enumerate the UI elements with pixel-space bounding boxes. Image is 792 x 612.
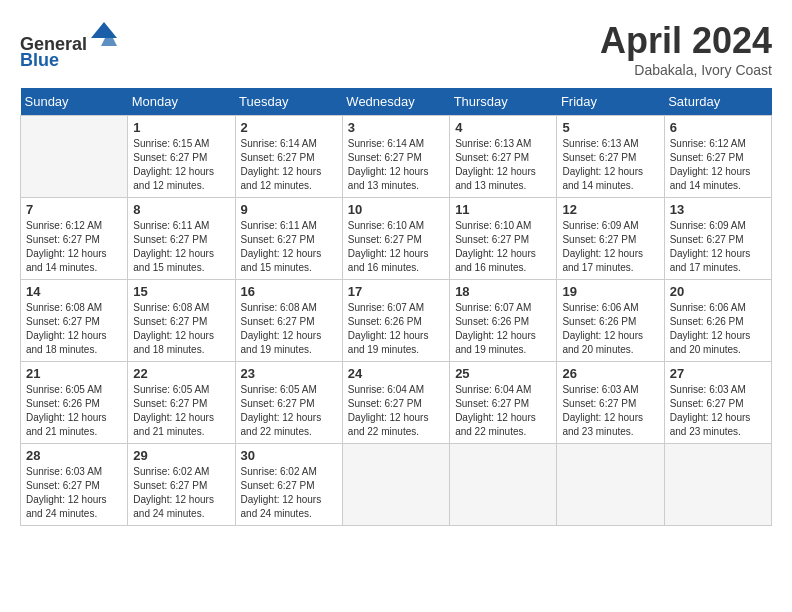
calendar-cell: 4Sunrise: 6:13 AM Sunset: 6:27 PM Daylig…: [450, 116, 557, 198]
day-info: Sunrise: 6:12 AM Sunset: 6:27 PM Dayligh…: [670, 137, 766, 193]
day-info: Sunrise: 6:14 AM Sunset: 6:27 PM Dayligh…: [241, 137, 337, 193]
week-row-4: 28Sunrise: 6:03 AM Sunset: 6:27 PM Dayli…: [21, 444, 772, 526]
calendar-cell: [450, 444, 557, 526]
day-number: 2: [241, 120, 337, 135]
day-number: 27: [670, 366, 766, 381]
day-info: Sunrise: 6:10 AM Sunset: 6:27 PM Dayligh…: [455, 219, 551, 275]
calendar-cell: 16Sunrise: 6:08 AM Sunset: 6:27 PM Dayli…: [235, 280, 342, 362]
calendar-cell: 27Sunrise: 6:03 AM Sunset: 6:27 PM Dayli…: [664, 362, 771, 444]
calendar-cell: 29Sunrise: 6:02 AM Sunset: 6:27 PM Dayli…: [128, 444, 235, 526]
week-row-0: 1Sunrise: 6:15 AM Sunset: 6:27 PM Daylig…: [21, 116, 772, 198]
calendar-cell: [342, 444, 449, 526]
calendar-cell: 13Sunrise: 6:09 AM Sunset: 6:27 PM Dayli…: [664, 198, 771, 280]
day-number: 22: [133, 366, 229, 381]
calendar-body: 1Sunrise: 6:15 AM Sunset: 6:27 PM Daylig…: [21, 116, 772, 526]
weekday-monday: Monday: [128, 88, 235, 116]
page-header: General Blue April 2024 Dabakala, Ivory …: [20, 20, 772, 78]
day-number: 14: [26, 284, 122, 299]
day-info: Sunrise: 6:09 AM Sunset: 6:27 PM Dayligh…: [670, 219, 766, 275]
day-number: 25: [455, 366, 551, 381]
day-number: 9: [241, 202, 337, 217]
calendar-cell: 21Sunrise: 6:05 AM Sunset: 6:26 PM Dayli…: [21, 362, 128, 444]
day-number: 10: [348, 202, 444, 217]
weekday-sunday: Sunday: [21, 88, 128, 116]
day-number: 28: [26, 448, 122, 463]
logo-blue: Blue: [20, 50, 59, 70]
day-number: 8: [133, 202, 229, 217]
day-number: 5: [562, 120, 658, 135]
day-number: 11: [455, 202, 551, 217]
day-info: Sunrise: 6:12 AM Sunset: 6:27 PM Dayligh…: [26, 219, 122, 275]
day-number: 29: [133, 448, 229, 463]
day-number: 26: [562, 366, 658, 381]
day-number: 24: [348, 366, 444, 381]
day-info: Sunrise: 6:03 AM Sunset: 6:27 PM Dayligh…: [562, 383, 658, 439]
day-number: 15: [133, 284, 229, 299]
calendar-cell: 19Sunrise: 6:06 AM Sunset: 6:26 PM Dayli…: [557, 280, 664, 362]
day-info: Sunrise: 6:03 AM Sunset: 6:27 PM Dayligh…: [26, 465, 122, 521]
day-info: Sunrise: 6:07 AM Sunset: 6:26 PM Dayligh…: [455, 301, 551, 357]
calendar-cell: 6Sunrise: 6:12 AM Sunset: 6:27 PM Daylig…: [664, 116, 771, 198]
day-number: 20: [670, 284, 766, 299]
calendar-cell: [664, 444, 771, 526]
calendar-cell: 7Sunrise: 6:12 AM Sunset: 6:27 PM Daylig…: [21, 198, 128, 280]
day-number: 7: [26, 202, 122, 217]
month-title: April 2024: [600, 20, 772, 62]
weekday-saturday: Saturday: [664, 88, 771, 116]
day-info: Sunrise: 6:02 AM Sunset: 6:27 PM Dayligh…: [133, 465, 229, 521]
day-info: Sunrise: 6:06 AM Sunset: 6:26 PM Dayligh…: [562, 301, 658, 357]
day-info: Sunrise: 6:13 AM Sunset: 6:27 PM Dayligh…: [455, 137, 551, 193]
day-info: Sunrise: 6:09 AM Sunset: 6:27 PM Dayligh…: [562, 219, 658, 275]
day-info: Sunrise: 6:04 AM Sunset: 6:27 PM Dayligh…: [455, 383, 551, 439]
calendar-cell: 10Sunrise: 6:10 AM Sunset: 6:27 PM Dayli…: [342, 198, 449, 280]
calendar-cell: 14Sunrise: 6:08 AM Sunset: 6:27 PM Dayli…: [21, 280, 128, 362]
weekday-friday: Friday: [557, 88, 664, 116]
week-row-2: 14Sunrise: 6:08 AM Sunset: 6:27 PM Dayli…: [21, 280, 772, 362]
day-number: 16: [241, 284, 337, 299]
calendar-cell: [557, 444, 664, 526]
calendar-cell: 25Sunrise: 6:04 AM Sunset: 6:27 PM Dayli…: [450, 362, 557, 444]
day-info: Sunrise: 6:10 AM Sunset: 6:27 PM Dayligh…: [348, 219, 444, 275]
weekday-wednesday: Wednesday: [342, 88, 449, 116]
weekday-header-row: SundayMondayTuesdayWednesdayThursdayFrid…: [21, 88, 772, 116]
day-info: Sunrise: 6:05 AM Sunset: 6:27 PM Dayligh…: [241, 383, 337, 439]
calendar-cell: 30Sunrise: 6:02 AM Sunset: 6:27 PM Dayli…: [235, 444, 342, 526]
svg-marker-0: [91, 22, 117, 38]
logo-icon: [89, 20, 119, 50]
location: Dabakala, Ivory Coast: [600, 62, 772, 78]
calendar-cell: 20Sunrise: 6:06 AM Sunset: 6:26 PM Dayli…: [664, 280, 771, 362]
day-info: Sunrise: 6:11 AM Sunset: 6:27 PM Dayligh…: [241, 219, 337, 275]
calendar-cell: 23Sunrise: 6:05 AM Sunset: 6:27 PM Dayli…: [235, 362, 342, 444]
calendar-cell: 22Sunrise: 6:05 AM Sunset: 6:27 PM Dayli…: [128, 362, 235, 444]
day-info: Sunrise: 6:11 AM Sunset: 6:27 PM Dayligh…: [133, 219, 229, 275]
day-info: Sunrise: 6:08 AM Sunset: 6:27 PM Dayligh…: [133, 301, 229, 357]
calendar-cell: 24Sunrise: 6:04 AM Sunset: 6:27 PM Dayli…: [342, 362, 449, 444]
calendar-cell: 17Sunrise: 6:07 AM Sunset: 6:26 PM Dayli…: [342, 280, 449, 362]
week-row-3: 21Sunrise: 6:05 AM Sunset: 6:26 PM Dayli…: [21, 362, 772, 444]
calendar-cell: 3Sunrise: 6:14 AM Sunset: 6:27 PM Daylig…: [342, 116, 449, 198]
day-info: Sunrise: 6:15 AM Sunset: 6:27 PM Dayligh…: [133, 137, 229, 193]
week-row-1: 7Sunrise: 6:12 AM Sunset: 6:27 PM Daylig…: [21, 198, 772, 280]
day-number: 30: [241, 448, 337, 463]
calendar-table: SundayMondayTuesdayWednesdayThursdayFrid…: [20, 88, 772, 526]
day-number: 3: [348, 120, 444, 135]
title-block: April 2024 Dabakala, Ivory Coast: [600, 20, 772, 78]
calendar-cell: 28Sunrise: 6:03 AM Sunset: 6:27 PM Dayli…: [21, 444, 128, 526]
weekday-thursday: Thursday: [450, 88, 557, 116]
day-info: Sunrise: 6:07 AM Sunset: 6:26 PM Dayligh…: [348, 301, 444, 357]
day-number: 6: [670, 120, 766, 135]
day-number: 1: [133, 120, 229, 135]
day-info: Sunrise: 6:06 AM Sunset: 6:26 PM Dayligh…: [670, 301, 766, 357]
day-info: Sunrise: 6:05 AM Sunset: 6:27 PM Dayligh…: [133, 383, 229, 439]
calendar-cell: 15Sunrise: 6:08 AM Sunset: 6:27 PM Dayli…: [128, 280, 235, 362]
weekday-tuesday: Tuesday: [235, 88, 342, 116]
logo: General Blue: [20, 20, 119, 71]
day-number: 21: [26, 366, 122, 381]
calendar-cell: [21, 116, 128, 198]
day-info: Sunrise: 6:13 AM Sunset: 6:27 PM Dayligh…: [562, 137, 658, 193]
calendar-cell: 8Sunrise: 6:11 AM Sunset: 6:27 PM Daylig…: [128, 198, 235, 280]
day-info: Sunrise: 6:04 AM Sunset: 6:27 PM Dayligh…: [348, 383, 444, 439]
day-number: 18: [455, 284, 551, 299]
calendar-cell: 2Sunrise: 6:14 AM Sunset: 6:27 PM Daylig…: [235, 116, 342, 198]
day-number: 12: [562, 202, 658, 217]
